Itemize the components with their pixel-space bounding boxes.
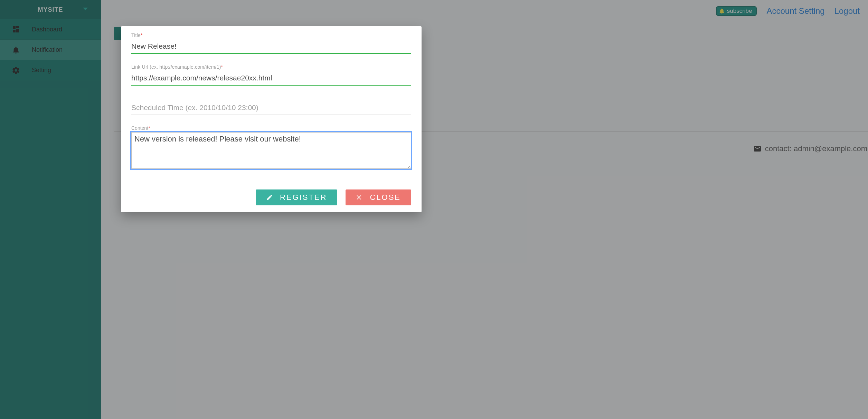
link-input[interactable] <box>131 70 411 86</box>
required-mark: * <box>221 64 223 70</box>
required-mark: * <box>148 125 150 131</box>
content-label: Content* <box>131 125 411 131</box>
title-input[interactable] <box>131 38 411 54</box>
field-content: Content* <box>131 125 411 170</box>
close-button[interactable]: CLOSE <box>346 189 411 205</box>
content-label-text: Content <box>131 125 148 131</box>
field-scheduled-time <box>131 99 411 115</box>
field-link: Link Url (ex. http://examaple.com/item/1… <box>131 64 411 86</box>
link-label: Link Url (ex. http://examaple.com/item/1… <box>131 64 411 70</box>
field-title: Title* <box>131 32 411 54</box>
title-label-text: Title <box>131 32 141 38</box>
pencil-icon <box>266 194 273 201</box>
scheduled-time-input[interactable] <box>131 99 411 115</box>
modal-actions: REGISTER CLOSE <box>131 189 411 205</box>
title-label: Title* <box>131 32 411 38</box>
notification-modal: Title* Link Url (ex. http://examaple.com… <box>121 26 422 212</box>
close-label: CLOSE <box>370 193 401 202</box>
content-textarea[interactable] <box>131 132 411 169</box>
register-label: REGISTER <box>280 193 327 202</box>
close-icon <box>356 194 363 201</box>
register-button[interactable]: REGISTER <box>256 189 337 205</box>
link-label-text: Link Url (ex. http://examaple.com/item/1… <box>131 64 221 70</box>
required-mark: * <box>141 32 143 38</box>
